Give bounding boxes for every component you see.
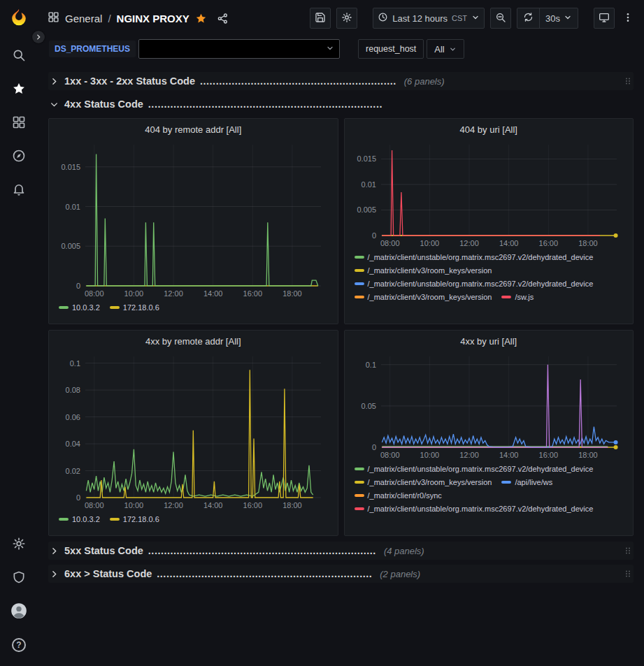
row-title: 1xx - 3xx - 2xx Status Code (64, 75, 195, 87)
legend-item[interactable]: 10.0.3.2 (59, 514, 100, 525)
legend-label: /_matrix/client/v3/room_keys/version (368, 477, 492, 488)
sidebar-item-alerting[interactable] (5, 178, 33, 203)
legend-item[interactable]: /_matrix/client/unstable/org.matrix.msc2… (355, 463, 594, 475)
legend-label: /_matrix/client/v3/room_keys/version (368, 291, 492, 303)
variable-ds-prometheus: DS_PROMETHEUS (49, 39, 340, 59)
legend-item[interactable]: 10.0.3.2 (59, 302, 100, 313)
sidebar-item-starred[interactable] (5, 77, 33, 102)
share-icon[interactable] (217, 13, 229, 24)
legend-swatch-icon (355, 256, 364, 259)
more-options-button[interactable] (620, 8, 636, 29)
save-dashboard-button[interactable] (310, 8, 331, 29)
svg-text:16:00: 16:00 (538, 239, 558, 247)
svg-text:16:00: 16:00 (243, 501, 263, 509)
variable-ds-label[interactable]: DS_PROMETHEUS (49, 41, 136, 57)
grafana-logo[interactable] (8, 7, 29, 28)
row-title: 4xx Status Code (64, 99, 143, 110)
legend-item[interactable]: /_matrix/client/unstable/org.matrix.msc2… (355, 503, 594, 514)
sidebar-item-configuration[interactable] (5, 532, 33, 557)
chevron-down-icon (471, 13, 480, 24)
svg-text:0: 0 (76, 282, 80, 290)
row-drag-handle[interactable] (624, 75, 634, 87)
panel-title[interactable]: 404 by uri [All] (350, 122, 628, 139)
legend-item[interactable]: /_matrix/client/unstable/org.matrix.msc2… (355, 252, 594, 263)
help-icon: ? (12, 638, 26, 652)
legend-item[interactable]: /_matrix/client/v3/room_keys/version (355, 291, 492, 303)
timeseries-chart[interactable]: 00.050.108:0010:0012:0014:0016:0018:00 (350, 351, 628, 461)
legend-item[interactable]: 172.18.0.6 (110, 514, 159, 525)
legend-label: 172.18.0.6 (123, 302, 159, 313)
breadcrumb-folder[interactable]: General (65, 13, 102, 24)
svg-text:0: 0 (371, 443, 375, 451)
timeseries-chart[interactable]: 00.020.040.060.080.108:0010:0012:0014:00… (55, 351, 332, 512)
chevron-right-icon (48, 75, 59, 87)
row-header-1xx[interactable]: 1xx - 3xx - 2xx Status Code ............… (48, 72, 634, 90)
legend-item[interactable]: /sw.js (501, 291, 534, 303)
sidebar-item-dashboards[interactable] (5, 110, 33, 136)
refresh-button[interactable] (517, 8, 539, 28)
row-title-dots: ........................................… (157, 568, 372, 579)
refresh-interval-label: 30s (545, 13, 560, 24)
row-header-6xx[interactable]: 6xx > Status Code ......................… (48, 565, 634, 583)
legend-item[interactable]: /api/live/ws (501, 477, 552, 488)
variable-ds-value-dropdown[interactable] (138, 39, 340, 59)
svg-text:0.02: 0.02 (66, 467, 80, 475)
variable-request-host-dropdown[interactable]: All (427, 39, 464, 59)
apps-icon (48, 11, 59, 25)
variable-request-host-label[interactable]: request_host (358, 39, 424, 59)
legend-item[interactable]: /_matrix/client/v3/room_keys/version (355, 477, 492, 488)
row-panel-count: (6 panels) (404, 76, 445, 87)
refresh-interval-dropdown[interactable]: 30s (539, 8, 578, 28)
svg-text:0.1: 0.1 (70, 359, 80, 368)
panel-legend: /_matrix/client/unstable/org.matrix.msc2… (350, 249, 628, 319)
row-drag-handle[interactable] (624, 544, 634, 557)
legend-swatch-icon (59, 306, 69, 309)
sidebar-expand-button[interactable] (32, 31, 45, 43)
panel-404-by-remote-addr: 404 by remote addr [All] 00.0050.010.015… (48, 118, 338, 324)
legend-item[interactable]: /_matrix/client/unstable/org.matrix.msc2… (355, 278, 594, 289)
sidebar-item-server-admin[interactable] (5, 565, 33, 591)
legend-item[interactable]: /_matrix/client/r0/sync (355, 490, 442, 501)
dashboard-settings-button[interactable] (336, 8, 357, 29)
save-icon (315, 12, 326, 25)
timeseries-chart[interactable]: 00.0050.010.01508:0010:0012:0014:0016:00… (55, 139, 332, 300)
svg-text:16:00: 16:00 (538, 451, 558, 459)
timeseries-chart[interactable]: 00.0050.010.01508:0010:0012:0014:0016:00… (350, 139, 628, 249)
panel-title[interactable]: 4xx by remote addr [All] (55, 334, 332, 351)
chevron-down-icon (48, 99, 59, 110)
panel-legend: 10.0.3.2172.18.0.6 (55, 512, 332, 530)
svg-text:12:00: 12:00 (164, 501, 183, 509)
svg-text:0.015: 0.015 (357, 154, 376, 163)
svg-text:08:00: 08:00 (85, 289, 104, 298)
legend-item[interactable]: 172.18.0.6 (110, 302, 159, 313)
panel-title[interactable]: 4xx by uri [All] (350, 334, 628, 351)
sidebar-item-help[interactable]: ? (5, 632, 33, 658)
row-panel-count: (2 panels) (380, 569, 420, 579)
svg-text:18:00: 18:00 (578, 451, 598, 459)
legend-label: /_matrix/client/v3/room_keys/version (368, 265, 492, 276)
row-header-5xx[interactable]: 5xx Status Code ........................… (48, 542, 634, 560)
favorite-star-icon[interactable] (195, 13, 207, 24)
chevron-down-icon (449, 45, 457, 53)
sidebar-item-profile[interactable] (5, 599, 33, 624)
zoom-out-button[interactable] (490, 8, 511, 29)
tv-mode-button[interactable] (594, 8, 615, 29)
svg-text:0.005: 0.005 (61, 242, 80, 250)
row-drag-handle[interactable] (624, 567, 634, 580)
svg-text:0.05: 0.05 (361, 402, 375, 410)
sidebar-item-search[interactable] (5, 43, 33, 68)
legend-item[interactable]: /_matrix/client/v3/room_keys/version (355, 265, 492, 276)
panel-title[interactable]: 404 by remote addr [All] (55, 122, 332, 139)
time-range-picker[interactable]: Last 12 hours CST (373, 8, 485, 29)
breadcrumb-dashboard-title[interactable]: NGINX PROXY (117, 13, 189, 24)
sidebar-item-explore[interactable] (5, 144, 33, 169)
top-navbar: General / NGINX PROXY (38, 0, 644, 36)
search-icon (12, 48, 26, 64)
chevron-down-icon (564, 13, 572, 24)
svg-text:0.01: 0.01 (66, 203, 80, 211)
compass-icon (12, 149, 26, 165)
refresh-icon (523, 12, 534, 24)
row-header-4xx[interactable]: 4xx Status Code ........................… (48, 95, 634, 113)
svg-text:0: 0 (371, 231, 375, 240)
gear-icon (12, 537, 26, 553)
